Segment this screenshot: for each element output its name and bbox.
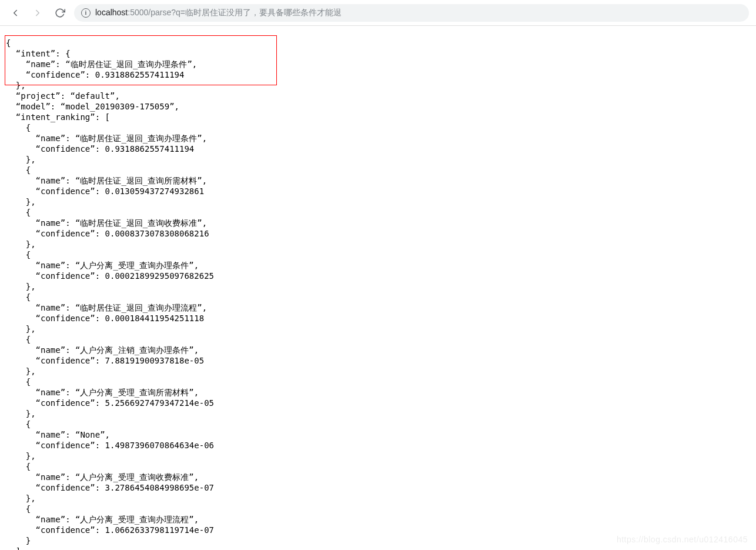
browser-toolbar: i localhost:5000/parse?q=临时居住证没用了，要具备哪些条… (0, 0, 756, 26)
address-bar[interactable]: i localhost:5000/parse?q=临时居住证没用了，要具备哪些条… (74, 4, 749, 22)
url-text: localhost:5000/parse?q=临时居住证没用了，要具备哪些条件才… (95, 8, 342, 18)
forward-button[interactable] (29, 5, 46, 21)
site-info-icon[interactable]: i (81, 8, 91, 18)
reload-button[interactable] (52, 5, 68, 21)
watermark: https://blog.csdn.net/u012416045 (617, 535, 748, 544)
back-button[interactable] (7, 5, 24, 21)
response-body: { “intent”: { “name”: “临时居住证_退回_查询办理条件”,… (0, 26, 756, 550)
